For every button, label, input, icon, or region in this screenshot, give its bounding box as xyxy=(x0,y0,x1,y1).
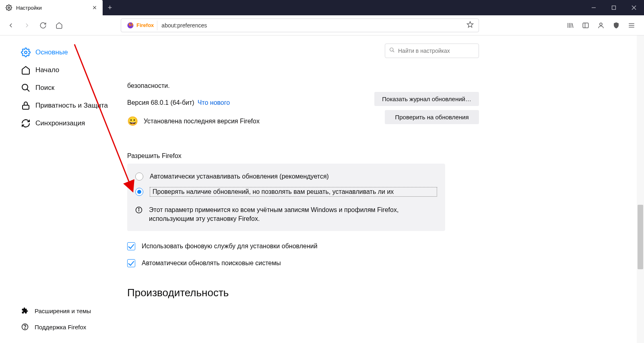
radio-auto-install[interactable]: Автоматически устанавливать обновления (… xyxy=(135,169,437,184)
checkbox-icon xyxy=(127,259,135,267)
reload-button[interactable] xyxy=(36,19,50,32)
radio-icon xyxy=(135,188,143,196)
radio-check-only[interactable]: Проверять наличие обновлений, но позволя… xyxy=(135,184,437,200)
checkbox-auto-update-search-engines[interactable]: Автоматически обновлять поисковые систем… xyxy=(127,256,445,270)
smile-icon: 😀 xyxy=(127,116,138,127)
svg-point-0 xyxy=(8,7,10,8)
close-tab-button[interactable]: × xyxy=(91,4,99,12)
svg-point-18 xyxy=(22,84,28,90)
svg-rect-20 xyxy=(23,105,29,109)
sidebar-item-label: Поиск xyxy=(35,84,54,92)
radio-icon xyxy=(135,173,143,181)
settings-search[interactable] xyxy=(385,44,479,58)
sidebar-item-label: Основные xyxy=(35,48,68,56)
svg-line-24 xyxy=(393,51,394,52)
preferences-page: Основные Начало Поиск Приватность и Защи… xyxy=(0,35,644,343)
identity-label: Firefox xyxy=(136,22,154,28)
svg-point-27 xyxy=(138,208,139,209)
library-button[interactable] xyxy=(564,19,577,32)
sidebar-item-home[interactable]: Начало xyxy=(21,61,121,79)
partial-text: безопасности. xyxy=(127,82,445,89)
svg-line-10 xyxy=(572,23,573,27)
sidebar-footer-extensions[interactable]: Расширения и темы xyxy=(21,303,121,319)
settings-search-input[interactable] xyxy=(398,48,475,54)
sidebar-footer: Расширения и темы Поддержка Firefox xyxy=(21,303,121,335)
toolbar-right xyxy=(564,19,640,32)
footer-label: Расширения и темы xyxy=(35,308,91,314)
content-pane: Показать журнал обновлений… Проверить на… xyxy=(121,35,644,343)
minimize-button[interactable] xyxy=(584,0,604,15)
maximize-button[interactable] xyxy=(604,0,624,15)
info-text: Этот параметр применится ко всем учётным… xyxy=(149,206,437,224)
checkbox-icon xyxy=(127,242,135,250)
check-for-updates-button[interactable]: Проверить на обновления xyxy=(385,110,479,124)
info-row: Этот параметр применится ко всем учётным… xyxy=(135,206,437,224)
home-icon xyxy=(21,65,31,75)
radio-label: Проверять наличие обновлений, но позволя… xyxy=(150,187,437,197)
update-mode-group: Автоматически устанавливать обновления (… xyxy=(127,164,445,231)
browser-tab[interactable]: Настройки × xyxy=(0,0,103,15)
sidebar-item-label: Синхронизация xyxy=(35,119,85,127)
sidebar-item-sync[interactable]: Синхронизация xyxy=(21,114,121,132)
svg-point-17 xyxy=(25,51,27,54)
gear-icon xyxy=(21,48,31,57)
url-input[interactable] xyxy=(160,22,462,29)
update-buttons: Показать журнал обновлений… Проверить на… xyxy=(374,92,479,124)
new-tab-button[interactable]: + xyxy=(103,0,117,15)
gear-icon xyxy=(6,4,12,11)
allow-heading: Разрешить Firefox xyxy=(127,152,445,160)
firefox-icon xyxy=(127,22,134,29)
svg-point-22 xyxy=(25,328,25,329)
whats-new-link[interactable]: Что нового xyxy=(198,99,230,106)
sidebar-item-privacy[interactable]: Приватность и Защита xyxy=(21,97,121,114)
sidebar-toggle-button[interactable] xyxy=(579,19,592,32)
svg-point-13 xyxy=(600,23,602,25)
search-icon xyxy=(389,47,395,54)
scrollbar-thumb[interactable] xyxy=(638,205,643,269)
svg-rect-11 xyxy=(583,23,588,28)
info-icon xyxy=(135,206,143,214)
sidebar-item-general[interactable]: Основные xyxy=(21,44,121,61)
show-update-history-button[interactable]: Показать журнал обновлений… xyxy=(374,92,479,106)
search-icon xyxy=(21,83,31,93)
sidebar-footer-support[interactable]: Поддержка Firefox xyxy=(21,319,121,335)
svg-point-23 xyxy=(390,48,393,51)
bookmark-star-icon[interactable] xyxy=(464,21,476,30)
status-text: Установлена последняя версия Firefox xyxy=(144,118,260,125)
help-icon xyxy=(21,323,29,331)
window-controls xyxy=(584,0,644,15)
performance-heading: Производительность xyxy=(127,287,445,299)
checkbox-background-service[interactable]: Использовать фоновую службу для установк… xyxy=(127,239,445,254)
url-bar[interactable]: Firefox xyxy=(121,19,479,32)
account-button[interactable] xyxy=(594,19,608,32)
forward-button[interactable] xyxy=(20,19,34,32)
viewport-scrollbar[interactable] xyxy=(637,35,644,343)
search-pane xyxy=(385,44,479,58)
radio-label: Автоматически устанавливать обновления (… xyxy=(150,173,329,180)
title-bar: Настройки × + xyxy=(0,0,644,15)
svg-line-19 xyxy=(27,89,29,91)
identity-box[interactable]: Firefox xyxy=(124,21,157,30)
lock-icon xyxy=(21,101,31,110)
sidebar: Основные Начало Поиск Приватность и Защи… xyxy=(0,35,121,343)
sidebar-item-search[interactable]: Поиск xyxy=(21,79,121,97)
svg-marker-6 xyxy=(467,21,473,27)
ublock-icon[interactable] xyxy=(609,19,623,32)
navigation-toolbar: Firefox xyxy=(0,15,644,35)
home-button[interactable] xyxy=(52,19,66,32)
sidebar-item-label: Приватность и Защита xyxy=(35,102,108,110)
puzzle-icon xyxy=(21,307,29,315)
checkbox-label: Использовать фоновую службу для установк… xyxy=(142,243,318,250)
close-window-button[interactable] xyxy=(624,0,644,15)
svg-rect-2 xyxy=(612,6,616,10)
sidebar-nav: Основные Начало Поиск Приватность и Защи… xyxy=(21,44,121,303)
tab-title: Настройки xyxy=(16,5,91,11)
checkbox-label: Автоматически обновлять поисковые систем… xyxy=(142,260,281,267)
footer-label: Поддержка Firefox xyxy=(35,324,86,331)
version-text: Версия 68.0.1 (64-бит) xyxy=(127,99,194,106)
sidebar-item-label: Начало xyxy=(35,66,59,74)
menu-button[interactable] xyxy=(625,19,638,32)
back-button[interactable] xyxy=(4,19,18,32)
sync-icon xyxy=(21,118,31,128)
